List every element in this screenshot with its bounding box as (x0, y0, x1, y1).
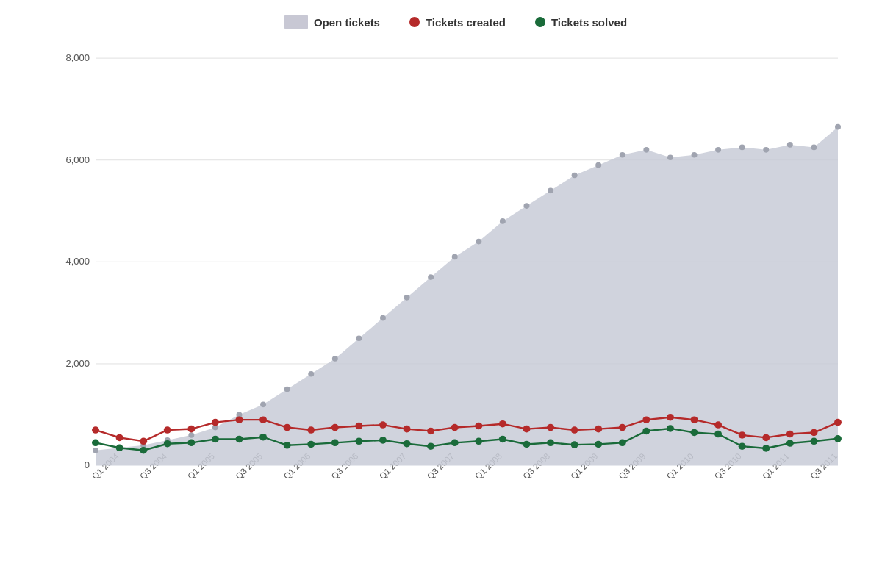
created-dot-25 (691, 416, 698, 423)
solved-dot-9 (307, 441, 315, 448)
open-dot-14 (428, 274, 434, 280)
open-dot-7 (260, 402, 266, 408)
solved-dot-13 (404, 440, 411, 448)
solved-dot-25 (691, 429, 698, 437)
open-dot-9 (308, 371, 314, 377)
open-dot-26 (715, 147, 721, 153)
legend-label-created: Tickets created (426, 16, 506, 29)
solved-dot-20 (571, 441, 578, 448)
solved-dot-12 (379, 437, 387, 444)
solved-dot-2 (140, 447, 147, 454)
created-dot-14 (427, 428, 434, 435)
open-dot-11 (356, 335, 362, 341)
created-dot-12 (379, 421, 387, 429)
solved-dot-23 (642, 428, 650, 435)
created-dot-24 (667, 414, 674, 421)
open-dot-10 (332, 356, 338, 362)
created-dot-3 (164, 426, 171, 434)
solved-dot-29 (786, 440, 794, 447)
solved-dot-3 (164, 440, 171, 448)
solved-dot-22 (619, 440, 626, 447)
legend-dot-solved (535, 17, 545, 27)
open-dot-25 (692, 152, 698, 158)
solved-dot-26 (714, 431, 722, 438)
legend-item-created: Tickets created (409, 16, 506, 29)
open-dot-16 (476, 239, 481, 245)
created-dot-22 (619, 424, 626, 431)
solved-dot-28 (762, 445, 770, 452)
created-dot-27 (739, 431, 746, 439)
created-dot-21 (595, 426, 602, 433)
open-dot-15 (452, 254, 458, 260)
open-tickets-area (96, 127, 838, 466)
y-axis-label-6000: 6,000 (65, 154, 90, 165)
created-dot-11 (355, 423, 362, 430)
open-dot-21 (595, 162, 601, 168)
legend-item-open: Open tickets (284, 15, 380, 29)
solved-dot-4 (187, 440, 195, 447)
created-dot-17 (499, 420, 506, 428)
open-dot-19 (548, 187, 553, 193)
y-axis-label-8000: 8,000 (65, 52, 90, 63)
created-dot-16 (475, 423, 482, 430)
solved-dot-18 (523, 441, 530, 448)
chart-area: 02,0004,0006,0008,000Q1 2004Q3 2004Q1 20… (59, 44, 853, 522)
solved-dot-6 (235, 436, 243, 443)
open-dot-13 (404, 295, 410, 301)
created-dot-31 (834, 419, 842, 426)
open-dot-27 (739, 145, 745, 151)
solved-dot-17 (499, 436, 506, 443)
chart-container: Open tickets Tickets created Tickets sol… (0, 0, 882, 588)
open-dot-23 (643, 147, 649, 153)
legend-item-solved: Tickets solved (535, 16, 627, 29)
created-dot-28 (762, 434, 770, 442)
created-dot-20 (571, 426, 578, 434)
created-dot-4 (187, 426, 195, 433)
y-axis-label-4000: 4,000 (65, 256, 90, 267)
created-dot-13 (404, 426, 411, 433)
created-dot-2 (140, 437, 147, 445)
solved-dot-30 (810, 437, 817, 445)
solved-dot-16 (475, 437, 482, 445)
created-dot-6 (235, 416, 243, 423)
solved-dot-19 (547, 440, 554, 447)
solved-dot-15 (451, 440, 459, 447)
created-dot-10 (331, 424, 339, 431)
open-dot-20 (572, 173, 578, 179)
open-dot-4 (188, 432, 194, 438)
open-dot-0 (93, 448, 98, 453)
created-dot-19 (547, 424, 554, 431)
created-dot-0 (92, 426, 99, 434)
solved-dot-8 (284, 442, 291, 449)
main-chart-svg: 02,0004,0006,0008,000Q1 2004Q3 2004Q1 20… (59, 44, 853, 522)
solved-dot-1 (116, 444, 123, 451)
solved-dot-7 (259, 434, 267, 441)
solved-dot-24 (667, 425, 674, 432)
y-axis-label-2000: 2,000 (65, 358, 90, 369)
solved-dot-10 (331, 440, 339, 447)
created-dot-26 (714, 421, 722, 429)
created-dot-8 (284, 424, 291, 431)
solved-dot-11 (355, 437, 362, 445)
y-axis-label-0: 0 (85, 460, 90, 471)
open-dot-30 (811, 145, 817, 151)
open-dot-8 (284, 387, 290, 392)
legend-swatch-open (284, 15, 308, 29)
solved-dot-27 (739, 442, 746, 450)
created-dot-1 (116, 434, 123, 442)
open-dot-29 (787, 142, 793, 148)
chart-legend: Open tickets Tickets created Tickets sol… (59, 15, 853, 29)
solved-dot-14 (427, 442, 434, 450)
open-dot-18 (523, 203, 529, 209)
created-dot-15 (451, 424, 459, 431)
open-dot-28 (763, 147, 769, 153)
created-dot-23 (642, 416, 650, 423)
created-dot-29 (786, 431, 794, 438)
created-dot-9 (307, 426, 315, 434)
open-dot-22 (620, 152, 625, 158)
open-dot-12 (380, 315, 386, 321)
created-dot-7 (259, 416, 267, 423)
created-dot-30 (810, 429, 817, 437)
solved-dot-21 (595, 441, 602, 448)
created-dot-18 (523, 426, 530, 433)
